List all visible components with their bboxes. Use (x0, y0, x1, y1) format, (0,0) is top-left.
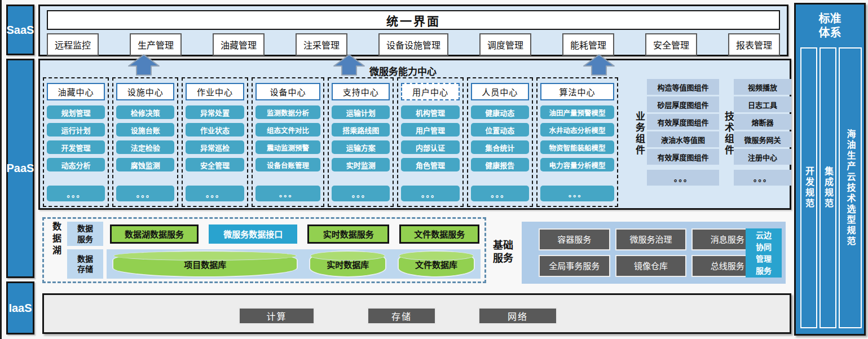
business-component: 构造等值图组件 (647, 79, 719, 95)
saas-app-box: 生产管理 (130, 33, 182, 56)
data-lake-section: 数据湖 数据服务 数据湖数据服务 微服务数据接口 实时数据服务 文件数据服务 数… (42, 217, 486, 283)
center-item: 作业状态 (186, 123, 244, 137)
center-item: 安全管理 (186, 158, 244, 171)
center-header: 设备中心 (255, 83, 321, 100)
center-column: 支持中心 运输计划搭乘路线图运输方案实时监测。。。 (328, 77, 394, 207)
tech-component: 熔断器 (734, 114, 791, 130)
data-service-box: 数据湖数据服务 (110, 224, 199, 244)
center-item: 。。。 (540, 186, 614, 201)
data-service-box: 文件数据服务 (399, 224, 479, 244)
center-column: 作业中心 异常处置作业状态异常巡检安全管理。。。 (182, 77, 248, 207)
up-arrow-icon (333, 54, 365, 76)
center-item: 油田产量预警模型 (540, 105, 614, 119)
saas-app-box: 调度管理 (479, 33, 531, 56)
business-component: 有效厚度图组件 (647, 149, 719, 165)
center-item: 电力容量分析模型 (540, 158, 614, 171)
center-item: 设备台账管理 (255, 158, 321, 171)
center-item-list: 检修决策设施台账法定检验腐蚀监测。。。 (116, 105, 174, 201)
center-item: 水井动态分析模型 (540, 123, 614, 137)
center-header: 算法中心 (540, 83, 614, 100)
center-item: 。。。 (47, 186, 105, 201)
basic-services-panel: 容器服务微服务治理消息服务全局事务服务镜像仓库总线服务 云边协同管理服务 (522, 222, 786, 284)
center-header: 人员中心 (471, 83, 529, 100)
center-item: 角色管理 (401, 158, 459, 171)
business-component: 液油水等值图 (647, 131, 719, 147)
standards-column: 海油生产云技术选型规范 (839, 47, 862, 328)
standards-column: 集成规范 (819, 47, 836, 328)
center-item: 运输计划 (332, 105, 390, 119)
center-column: 算法中心 油田产量预警模型水井动态分析模型物资智能装船模型电力容量分析模型。。。 (536, 77, 618, 207)
data-lake-grid: 数据服务 数据湖数据服务 微服务数据接口 实时数据服务 文件数据服务 数据存储 … (67, 222, 481, 279)
center-item: 监测数据分析 (255, 105, 321, 119)
business-components-label: 业务组件 (632, 111, 646, 156)
standards-column: 开发规范 (800, 47, 817, 328)
iaas-storage-box: 存储 (367, 307, 436, 324)
center-item: 。。。 (186, 186, 244, 201)
saas-app-box: 能耗管理 (562, 33, 614, 56)
center-item: 健康动态 (471, 105, 529, 119)
left-edge-line (0, 0, 2, 339)
center-item: 。。。 (471, 186, 529, 201)
center-item: 内部认证 (401, 140, 459, 154)
tech-component: 。。。 (734, 170, 791, 186)
center-item: 动态分析 (47, 158, 105, 171)
center-item-list: 规划管理运行计划开发管理动态分析。。。 (47, 105, 105, 201)
center-item: 。。。 (255, 186, 321, 201)
iaas-network-box: 网络 (478, 307, 557, 324)
center-item: 腐蚀监测 (116, 158, 174, 171)
center-item: 。。。 (116, 186, 174, 201)
center-item: 法定检验 (116, 140, 174, 154)
microservice-center-title: 微服务能力中心 (369, 64, 437, 78)
database-cylinder: 实时数据库 (310, 252, 385, 276)
standards-panel: 标准体系 开发规范 集成规范 海油生产云技术选型规范 (794, 3, 866, 336)
center-item: 开发管理 (47, 140, 105, 154)
center-column: 用户中心 机构管理用户管理内部认证角色管理。。。 (397, 77, 463, 207)
basic-service-box: 容器服务 (539, 228, 610, 250)
business-component: 砂层厚度图组件 (647, 96, 719, 112)
center-column: 设备中心 监测数据分析组态文件对比震动监测预警设备台账管理。。。 (252, 77, 325, 207)
layer-label-paas: PaaS (6, 59, 34, 278)
cloud-architecture-diagram: SaaS PaaS IaaS 统一界面 远程监控生产管理油藏管理注采管理设备设施… (0, 0, 868, 339)
saas-app-box: 油藏管理 (213, 33, 265, 56)
center-item: 异常处置 (186, 105, 244, 119)
microservice-centers: 油藏中心 规划管理运行计划开发管理动态分析。。。 设施中心 检修决策设施台账法定… (43, 77, 618, 207)
saas-app-box: 远程监控 (47, 33, 99, 56)
center-item-list: 监测数据分析组态文件对比震动监测预警设备台账管理。。。 (255, 105, 321, 201)
center-item: 震动监测预警 (255, 140, 321, 154)
iaas-compute-box: 计算 (239, 307, 315, 324)
saas-app-box: 安全管理 (645, 33, 697, 56)
saas-app-box: 设备设施管理 (378, 33, 448, 56)
center-item: 规划管理 (47, 105, 105, 119)
center-item: 用户管理 (401, 123, 459, 137)
tech-component: 视频播放 (734, 79, 791, 95)
saas-app-row: 远程监控生产管理油藏管理注采管理设备设施管理调度管理能耗管理安全管理报表管理 (47, 33, 780, 56)
basic-service-box: 镜像仓库 (615, 255, 687, 277)
center-header: 作业中心 (186, 83, 244, 100)
saas-section: 统一界面 远程监控生产管理油藏管理注采管理设备设施管理调度管理能耗管理安全管理报… (38, 5, 788, 56)
center-item: 健康报告 (471, 158, 529, 171)
tech-components-list: 视频播放日志工具熔断器微服务网关注册中心。。。 (734, 79, 791, 186)
tech-component: 微服务网关 (734, 131, 791, 147)
center-item: 。。。 (401, 186, 459, 201)
center-header: 支持中心 (332, 83, 390, 100)
data-service-box: 实时数据服务 (307, 224, 389, 244)
center-item: 集合统计 (471, 140, 529, 154)
center-item: 运输方案 (332, 140, 390, 154)
layer-label-iaas: IaaS (6, 281, 34, 334)
basic-service-box: 全局事务服务 (539, 255, 610, 277)
tech-component: 注册中心 (734, 149, 791, 165)
data-storage-row: 项目数据库 实时数据库 文件数据库 (107, 249, 481, 279)
center-item: 物资智能装船模型 (540, 140, 614, 154)
iaas-section: 计算 存储 网络 (42, 293, 791, 334)
tech-component: 日志工具 (734, 96, 791, 112)
center-header: 用户中心 (401, 83, 459, 100)
center-item: 设施台账 (116, 123, 174, 137)
data-storage-row-label: 数据存储 (67, 249, 103, 279)
center-item: 机构管理 (401, 105, 459, 119)
center-item: 。。。 (332, 186, 390, 201)
basic-services-grid: 容器服务微服务治理消息服务全局事务服务镜像仓库总线服务 (539, 228, 763, 277)
center-item: 检修决策 (116, 105, 174, 119)
database-cylinder: 文件数据库 (399, 252, 474, 276)
center-column: 人员中心 健康动态位置动态集合统计健康报告。。。 (467, 77, 533, 207)
database-cylinder: 项目数据库 (113, 252, 297, 276)
